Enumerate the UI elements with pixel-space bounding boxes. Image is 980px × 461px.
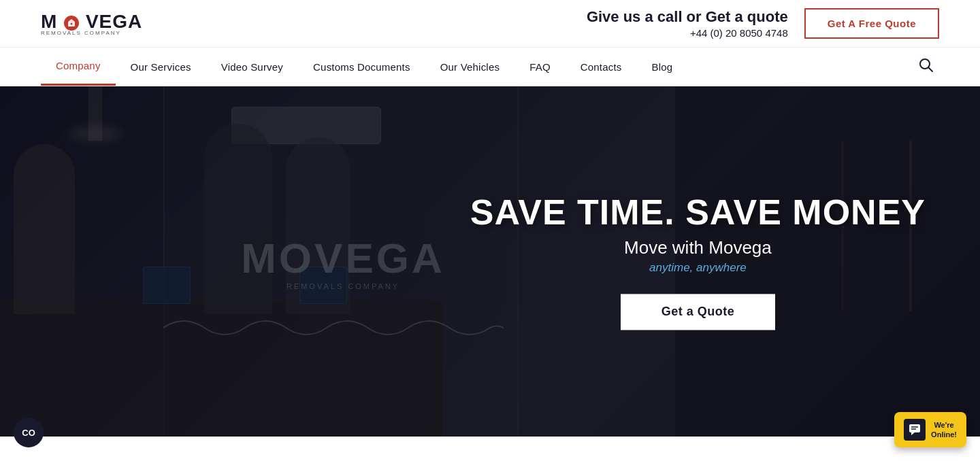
co-badge-text: CO (22, 428, 35, 437)
hero-cta-button[interactable]: Get a Quote (621, 294, 776, 330)
search-icon (919, 58, 934, 73)
chat-line1: We're (934, 421, 953, 429)
nav-item-customs-docs[interactable]: Customs Documents (298, 49, 425, 85)
hero-content: SAVE TIME. SAVE MONEY Move with Movega a… (470, 193, 926, 330)
logo[interactable]: M VEGA REMOVALS COMPANY (41, 11, 142, 36)
hero-watermark-sub: REMOVALS COMPANY (241, 281, 445, 290)
nav-link-contacts[interactable]: Contacts (566, 49, 637, 85)
nav-link-blog[interactable]: Blog (637, 49, 688, 85)
chat-icon (904, 419, 926, 437)
nav-link-customs-docs[interactable]: Customs Documents (298, 49, 425, 85)
nav-link-company[interactable]: Company (41, 48, 116, 86)
chat-bubble-icon (909, 424, 921, 436)
hero-watermark: MOVEGA REMOVALS COMPANY (241, 233, 445, 290)
nav-item-faq[interactable]: FAQ (514, 49, 566, 85)
hero-section: MOVEGA REMOVALS COMPANY SAVE TIME. SAVE … (0, 86, 980, 437)
chat-widget-text: We're Online! (931, 420, 957, 437)
header-right: Give us a call or Get a quote +44 (0) 20… (587, 8, 939, 39)
hero-tagline: anytime, anywhere (470, 261, 926, 275)
header: M VEGA REMOVALS COMPANY Give us a call o… (0, 0, 980, 48)
nav-link-video-survey[interactable]: Video Survey (206, 49, 298, 85)
svg-marker-6 (911, 432, 915, 435)
main-nav: Company Our Services Video Survey Custom… (0, 48, 980, 86)
nav-item-services[interactable]: Our Services (116, 49, 206, 85)
hero-watermark-text: MOVEGA (241, 233, 445, 281)
svg-marker-1 (68, 19, 75, 22)
nav-links: Company Our Services Video Survey Custom… (41, 48, 687, 86)
chat-line2: Online! (931, 430, 957, 437)
nav-link-vehicles[interactable]: Our Vehicles (425, 49, 514, 85)
logo-icon (64, 16, 79, 31)
free-quote-button[interactable]: Get A Free Quote (804, 8, 939, 39)
nav-link-services[interactable]: Our Services (116, 49, 206, 85)
hero-subtitle: Move with Movega (470, 237, 926, 258)
nav-item-contacts[interactable]: Contacts (566, 49, 637, 85)
nav-item-video-survey[interactable]: Video Survey (206, 49, 298, 85)
nav-item-vehicles[interactable]: Our Vehicles (425, 49, 514, 85)
nav-item-blog[interactable]: Blog (637, 49, 688, 85)
header-cta-title: Give us a call or Get a quote (587, 8, 788, 26)
chat-widget[interactable]: We're Online! (894, 412, 966, 437)
search-button[interactable] (913, 52, 939, 81)
header-cta-text: Give us a call or Get a quote +44 (0) 20… (587, 8, 788, 39)
svg-line-4 (929, 68, 933, 72)
svg-rect-5 (909, 424, 920, 432)
hero-title: SAVE TIME. SAVE MONEY (470, 193, 926, 232)
svg-point-2 (71, 22, 73, 24)
nav-item-company[interactable]: Company (41, 48, 116, 86)
logo-accent (57, 11, 86, 32)
header-phone: +44 (0) 20 8050 4748 (587, 27, 788, 39)
nav-link-faq[interactable]: FAQ (514, 49, 566, 85)
